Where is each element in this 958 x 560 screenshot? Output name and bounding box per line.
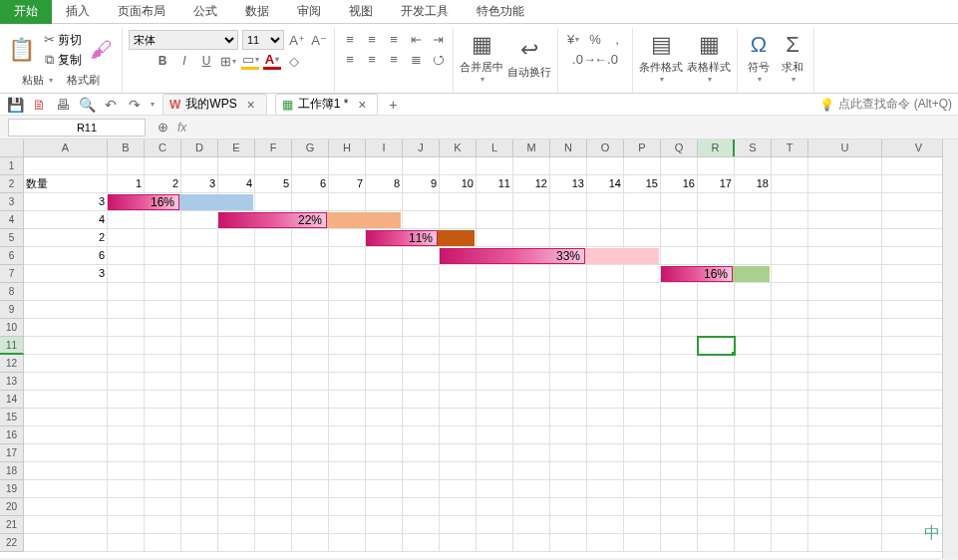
cell[interactable]: [735, 444, 772, 462]
align-center-icon[interactable]: ≡: [363, 50, 381, 68]
font-color-icon[interactable]: A▾: [263, 52, 281, 70]
cell[interactable]: [292, 534, 329, 552]
cell[interactable]: [292, 211, 329, 229]
cell[interactable]: [661, 391, 698, 409]
cell[interactable]: [440, 391, 477, 409]
cell[interactable]: [808, 247, 882, 265]
align-justify-icon[interactable]: ≣: [407, 50, 425, 68]
cell[interactable]: [587, 516, 624, 534]
cell[interactable]: [477, 229, 513, 247]
cell[interactable]: [292, 480, 329, 498]
cell[interactable]: [513, 516, 550, 534]
cell[interactable]: [661, 319, 698, 337]
cell[interactable]: [808, 516, 882, 534]
cell[interactable]: [329, 391, 366, 409]
copy-button[interactable]: ⧉复制: [40, 51, 82, 69]
cell[interactable]: [440, 355, 477, 373]
cell[interactable]: [440, 319, 477, 337]
cell[interactable]: [108, 337, 145, 355]
cell[interactable]: [218, 498, 255, 516]
cell[interactable]: [181, 283, 218, 301]
cell[interactable]: [661, 211, 698, 229]
cell[interactable]: [292, 498, 329, 516]
cell[interactable]: [772, 301, 808, 319]
cell[interactable]: [661, 355, 698, 373]
cell[interactable]: [403, 265, 440, 283]
cell[interactable]: [108, 391, 145, 409]
worksheet[interactable]: A B C D E F G H I J K L M N O P Q R S T …: [0, 140, 958, 558]
cell[interactable]: [145, 516, 181, 534]
cell[interactable]: [477, 373, 513, 391]
fill-color-icon[interactable]: ▭▾: [241, 52, 259, 70]
cell[interactable]: [513, 157, 550, 175]
cell[interactable]: [255, 229, 292, 247]
qat-undo-icon[interactable]: ↶: [102, 96, 120, 114]
row-header[interactable]: 21: [0, 516, 24, 534]
cell[interactable]: [624, 444, 661, 462]
cell[interactable]: [550, 319, 587, 337]
cell[interactable]: [255, 498, 292, 516]
cell[interactable]: [550, 283, 587, 301]
cell[interactable]: [403, 211, 440, 229]
cell[interactable]: [587, 193, 624, 211]
cell[interactable]: [329, 337, 366, 355]
table-style-button[interactable]: ▦表格样式▾: [687, 30, 731, 84]
menu-data[interactable]: 数据: [231, 0, 283, 24]
col-header[interactable]: D: [181, 140, 218, 156]
cell[interactable]: [513, 229, 550, 247]
cell[interactable]: [24, 157, 108, 175]
cell[interactable]: [624, 391, 661, 409]
cut-button[interactable]: ✂剪切: [40, 30, 82, 49]
cell[interactable]: [772, 391, 808, 409]
cell[interactable]: [218, 211, 255, 229]
cell[interactable]: [218, 319, 255, 337]
cell[interactable]: [145, 283, 181, 301]
cell[interactable]: [624, 265, 661, 283]
cell[interactable]: [292, 283, 329, 301]
cell[interactable]: [698, 211, 735, 229]
cell[interactable]: [255, 391, 292, 409]
paste-button[interactable]: 📋: [6, 35, 36, 65]
cell[interactable]: 10: [440, 175, 477, 193]
cell[interactable]: [181, 480, 218, 498]
cell[interactable]: [24, 409, 108, 426]
cell[interactable]: [477, 498, 513, 516]
cell[interactable]: [513, 534, 550, 552]
underline-icon[interactable]: U: [197, 52, 215, 70]
cell[interactable]: [181, 498, 218, 516]
cell[interactable]: [24, 319, 108, 337]
cell[interactable]: [440, 229, 477, 247]
row-header[interactable]: 15: [0, 409, 24, 426]
qat-redo-icon[interactable]: ↷: [126, 96, 144, 114]
cell[interactable]: [477, 355, 513, 373]
row-header[interactable]: 17: [0, 444, 24, 462]
cell[interactable]: [808, 391, 882, 409]
cell[interactable]: [440, 247, 477, 265]
cell[interactable]: [329, 319, 366, 337]
cell[interactable]: [513, 247, 550, 265]
cell[interactable]: 数量: [24, 175, 108, 193]
cell[interactable]: [587, 534, 624, 552]
cell[interactable]: [661, 409, 698, 426]
cell[interactable]: [772, 409, 808, 426]
border-icon[interactable]: ⊞▾: [219, 52, 237, 70]
currency-icon[interactable]: ¥▾: [564, 30, 582, 48]
col-header[interactable]: S: [735, 140, 772, 156]
cell[interactable]: [329, 265, 366, 283]
cell[interactable]: 11: [477, 175, 513, 193]
orientation-icon[interactable]: ⭯: [429, 50, 447, 68]
cell[interactable]: [403, 516, 440, 534]
cell[interactable]: [24, 301, 108, 319]
cell[interactable]: [698, 247, 735, 265]
cell[interactable]: [255, 211, 292, 229]
cell[interactable]: [550, 373, 587, 391]
cell[interactable]: [587, 409, 624, 426]
cell[interactable]: [145, 319, 181, 337]
cell[interactable]: [808, 409, 882, 426]
cell[interactable]: [440, 337, 477, 355]
qat-export-icon[interactable]: 🗎: [30, 96, 48, 114]
cell[interactable]: [403, 409, 440, 426]
cell[interactable]: [513, 444, 550, 462]
qat-preview-icon[interactable]: 🔍: [78, 96, 96, 114]
cell[interactable]: [366, 319, 403, 337]
